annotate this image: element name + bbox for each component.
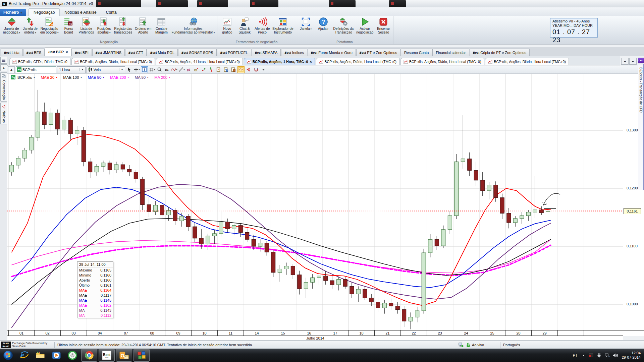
copy-chart-icon[interactable]	[215, 67, 222, 73]
menu-item-negociacao[interactable]: Negociação	[29, 8, 60, 16]
workspace-tab-indices[interactable]: BestIndices	[281, 49, 307, 56]
line-tools-icon[interactable]: ▾	[178, 67, 185, 73]
menu-item-noticias-e-analise[interactable]: Notícias e Análise	[60, 9, 101, 16]
workspace-tab-pt-e-zon-optimus[interactable]: BestPT e Zon-Optimus	[356, 49, 400, 56]
ribbon-button-janela-de-ordens[interactable]: Janela de ordens ▾	[21, 16, 39, 35]
workspace-tab-lista[interactable]: BestLista	[1, 49, 23, 56]
taskbar-app-start[interactable]	[2, 350, 14, 361]
chart-tab-5[interactable]: BCP:xlis, Acções, Diário, Hora Local (TM…	[316, 58, 399, 65]
workspace-tab-jmartins[interactable]: BestJMARTINS	[92, 49, 125, 56]
legend-item-ma-200[interactable]: MA 200▼	[154, 75, 171, 79]
taskbar-app-file-explorer[interactable]	[35, 350, 46, 361]
data-point-icon[interactable]	[201, 67, 207, 73]
trade-signals-icon[interactable]	[208, 67, 214, 73]
ribbon-button-activar-negociacao[interactable]: Activar negociação	[355, 16, 375, 35]
ribbon-button-ajuda[interactable]: ?Ajuda ▾	[315, 16, 332, 32]
paste-chart-icon[interactable]	[223, 67, 229, 73]
workspace-tab-bcp[interactable]: BestBCP×	[45, 48, 71, 56]
more-icon[interactable]	[260, 67, 267, 73]
taskbar-app-dial-app[interactable]	[67, 350, 78, 361]
ribbon-button-forex-board[interactable]: FxForex Board	[60, 16, 77, 35]
tray-app-icon[interactable]	[588, 353, 594, 358]
taskbar-app-internet-explorer[interactable]: e	[18, 350, 30, 361]
taskbar-app-color-cubes[interactable]	[133, 349, 150, 362]
workspace-tab-semapa[interactable]: BestSEMAPA	[252, 49, 281, 56]
legend-item-mae-20[interactable]: MAE 20▼	[41, 75, 58, 79]
close-icon[interactable]: ×	[66, 50, 68, 54]
chart-tab-6[interactable]: BCP:xlis, Acções, Diário, Hora Local (TM…	[400, 58, 484, 65]
magnet-icon[interactable]	[253, 67, 259, 73]
ribbon-button-chat-squawk[interactable]: Chat & Squawk	[236, 16, 253, 35]
ribbon-button-encerrar-sessao[interactable]: Encerrar Sessão	[375, 16, 392, 35]
close-icon[interactable]: ×	[310, 60, 312, 64]
info-icon[interactable]: i	[141, 66, 148, 73]
grid-icon[interactable]: ▾	[149, 67, 155, 73]
legend-item-mae-100[interactable]: MAE 100▼	[63, 75, 82, 79]
ribbon-button-registo-das-transaccoes[interactable]: Registo das transacções	[113, 16, 133, 35]
price-alert-icon[interactable]	[246, 67, 252, 73]
taskbar-app-chrome[interactable]	[81, 349, 97, 362]
panel-collapse-icon[interactable]: ▲	[0, 64, 7, 71]
delete-drawings-icon[interactable]	[193, 67, 200, 73]
merge-chart-icon[interactable]	[230, 67, 236, 73]
ribbon-button-lista-de-preferidos[interactable]: Lista de Preferidos	[77, 16, 95, 35]
indicators-icon[interactable]: ▾	[171, 67, 177, 73]
workspace-tab-resumo-conta[interactable]: Resumo Conta	[401, 49, 432, 56]
ribbon-button-janela-de-negociaca[interactable]: Janela de negociaçã ▾	[2, 16, 21, 35]
crosshair-icon[interactable]: ▾	[133, 67, 140, 73]
side-tab-conversacao[interactable]: Conversação	[0, 72, 7, 102]
workspace-tab-portucel[interactable]: BestPORTUCEL	[217, 49, 251, 56]
ribbon-button-definicoes-da-transaccao[interactable]: Definições da Transacção	[332, 16, 355, 35]
workspace-tab-financial-calendar[interactable]: Financial calendar	[432, 49, 469, 56]
chart-tab-3[interactable]: BCP:xlis, Acções, 4 Horas, Hora Local (T…	[156, 58, 243, 65]
tray-expand-icon[interactable]: ▲	[582, 354, 585, 357]
taskbar-app-best-trading[interactable]: Bestbank	[99, 349, 115, 362]
ribbon-button-conta-e-margem[interactable]: Conta e Margem	[153, 16, 170, 35]
style-select[interactable]: Vela▼	[87, 66, 125, 73]
legend-item-mae-200[interactable]: MAE 200▼	[110, 75, 129, 79]
ribbon-button-ordens-em-aberto[interactable]: Ordens em Aberto	[133, 16, 153, 35]
chart-tab-1[interactable]: BCP:xlis, CFDs, Diário, TMG+0	[9, 58, 70, 65]
network-icon[interactable]	[604, 353, 610, 358]
workspace-tab-mota-egl[interactable]: BestMota EGL	[147, 49, 178, 56]
workspace-tab-bes[interactable]: BestBES	[23, 49, 45, 56]
legend-item-ma-50[interactable]: MA 50▼	[135, 75, 149, 79]
ribbon-button-posicoes-abertas[interactable]: Posições abertas ▾	[95, 16, 113, 35]
ribbon-button-alertas-de-preco[interactable]: Alertas de Preço	[253, 16, 271, 35]
side-tab-noticias[interactable]: Notícias	[0, 103, 7, 124]
right-dock-tab[interactable]: CFD BES:xlis - Transacção de CFD	[638, 58, 644, 190]
tab-scroll-right-button[interactable]: ►	[629, 58, 637, 65]
eraser-icon[interactable]	[186, 67, 192, 73]
workspace-tab-copia-de-pt-e-zon-optimus[interactable]: BestCópia de PT e Zon-Optimus	[470, 49, 530, 56]
menu-item-conta[interactable]: Conta	[101, 9, 121, 16]
chart-tab-7[interactable]: BCP:xlis, Acções, Diário, Hora Local (TM…	[485, 58, 569, 65]
chart-tab-4[interactable]: BCP:xlis, Acções, 1 Hora, TMG+0×	[244, 58, 315, 65]
symbol-input[interactable]: EqBCP:xlis	[16, 66, 56, 73]
power-plug-icon[interactable]	[596, 353, 602, 358]
taskbar-clock[interactable]: 12:0429-07-2014	[622, 351, 641, 360]
legend-symbol[interactable]: EqBCP:xlis▼	[10, 75, 35, 79]
one-to-one-icon[interactable]: 1:1	[164, 67, 170, 73]
workspace-tab-sonae-sgps[interactable]: BestSONAE SGPS	[178, 49, 217, 56]
panel-list-icon[interactable]	[0, 57, 7, 64]
toolbar-collapse-button[interactable]: ▲	[8, 66, 15, 73]
volume-icon[interactable]	[612, 353, 618, 358]
tab-scroll-left-button[interactable]: ◄	[621, 58, 629, 65]
taskbar-app-media-player[interactable]	[51, 350, 62, 361]
zoom-icon[interactable]	[156, 67, 163, 73]
taskbar-app-outlook[interactable]: O	[116, 349, 132, 362]
workspace-tab-bpi[interactable]: BestBPI	[71, 49, 92, 56]
ribbon-button-negociacao-em-opcoes[interactable]: ONegociação em opções ▾	[39, 16, 60, 35]
menu-item-ficheiro[interactable]: Ficheiro ▼	[0, 9, 26, 16]
ribbon-button-janela[interactable]: Janela ▾	[297, 16, 315, 32]
ribbon-button-novo-grafico[interactable]: Novo gráfico	[218, 16, 236, 35]
tray-language-label[interactable]: PT	[573, 353, 578, 357]
ribbon-button-informacoes-fundamentais-ao-investidor[interactable]: Informações Fundamentais ao Investidor ▾	[170, 16, 216, 35]
workspace-tab-ctt[interactable]: BestCTT	[125, 49, 147, 56]
legend-item-mae-50[interactable]: MAE 50▼	[88, 75, 105, 79]
area-style-icon[interactable]	[237, 66, 245, 73]
chart-tab-2[interactable]: BCP:xlis, Acções, Diário, Hora Local (TM…	[71, 58, 155, 65]
workspace-tab-forex-moeda-e-ouro[interactable]: BestForex Moeda e Ouro	[308, 49, 356, 56]
interval-select[interactable]: 1 Hora▼	[57, 66, 86, 73]
ribbon-button-explorador-de-instrumento[interactable]: Explorador de Instrumento	[271, 16, 294, 35]
